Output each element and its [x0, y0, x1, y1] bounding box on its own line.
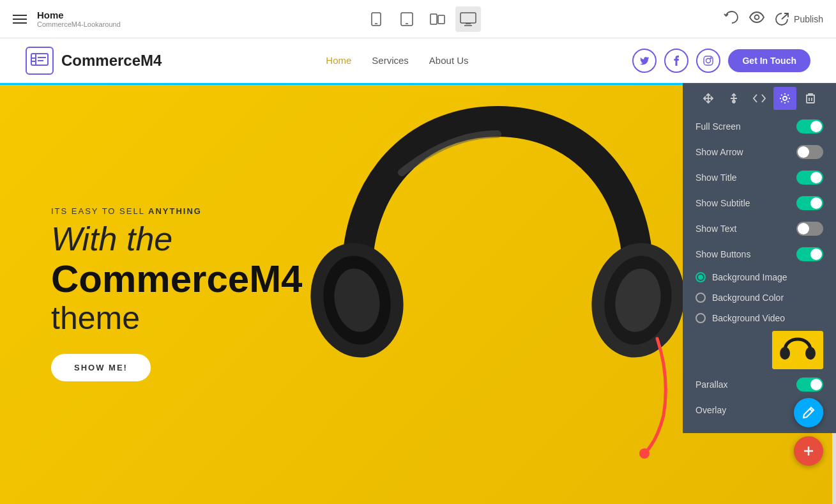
preview-button[interactable] [749, 11, 764, 26]
mobile-view-button[interactable] [363, 6, 389, 32]
show-subtitle-toggle[interactable] [796, 196, 823, 210]
hero-section: ITS EASY TO SELL ANYTHING With the Comme… [0, 83, 836, 504]
hero-highlight-bar [0, 83, 683, 85]
bg-color-row[interactable]: Background Color [683, 287, 836, 308]
show-subtitle-label: Show Subtitle [695, 198, 796, 208]
bg-image-label: Background Image [712, 272, 787, 282]
menu-button[interactable] [13, 15, 27, 24]
bg-video-label: Background Video [712, 313, 785, 323]
svg-point-38 [805, 347, 816, 360]
nav-about[interactable]: About Us [429, 55, 469, 66]
parallax-row: Parallax [683, 372, 836, 397]
hero-title-line3: theme [51, 301, 303, 336]
panel-toolbar [683, 83, 836, 114]
svg-point-26 [639, 448, 650, 459]
settings-panel: Full Screen Show Arrow Show Title Show S… [683, 106, 836, 433]
twitter-button[interactable] [632, 49, 657, 73]
show-text-row: Show Text [683, 216, 836, 241]
show-title-label: Show Title [695, 172, 796, 183]
parallax-toggle[interactable] [796, 378, 823, 392]
show-subtitle-row: Show Subtitle [683, 190, 836, 216]
show-arrow-toggle[interactable] [796, 145, 823, 159]
hero-content: ITS EASY TO SELL ANYTHING With the Comme… [51, 206, 303, 381]
duplicate-button[interactable] [722, 87, 745, 110]
toolbar-left: Home CommerceM4-Lookaround [13, 10, 121, 28]
svg-rect-11 [31, 54, 48, 65]
svg-rect-6 [460, 13, 476, 23]
bg-image-row[interactable]: Background Image [683, 267, 836, 287]
bg-thumbnail-container [683, 328, 836, 372]
nav-services[interactable]: Services [372, 55, 409, 66]
hero-title-line1: With the [51, 220, 303, 257]
tablet-view-button[interactable] [394, 6, 420, 32]
site-header: CommerceM4 Home Services About Us Get In… [0, 38, 836, 83]
full-screen-row: Full Screen [683, 114, 836, 139]
svg-point-9 [755, 15, 759, 20]
nav-actions: Get In Touch [632, 49, 810, 73]
headphones-svg [274, 83, 683, 492]
delete-button[interactable] [799, 87, 822, 110]
bg-color-label: Background Color [712, 293, 784, 303]
svg-line-10 [782, 13, 788, 19]
hero-tagline: ITS EASY TO SELL ANYTHING [51, 206, 303, 215]
bg-color-radio[interactable] [695, 293, 706, 303]
svg-point-18 [706, 58, 711, 63]
svg-point-32 [783, 96, 787, 100]
desktop-view-button[interactable] [455, 6, 481, 32]
show-title-row: Show Title [683, 165, 836, 190]
hero-cta-button[interactable]: SHOW ME! [51, 354, 151, 381]
bg-image-radio[interactable] [695, 272, 706, 282]
show-arrow-row: Show Arrow [683, 139, 836, 165]
publish-label: Publish [794, 14, 823, 24]
undo-button[interactable] [724, 11, 739, 27]
parallax-label: Parallax [695, 379, 796, 390]
svg-point-19 [711, 57, 712, 59]
full-screen-toggle[interactable] [796, 119, 823, 134]
svg-rect-33 [807, 95, 814, 103]
svg-rect-36 [772, 331, 823, 369]
code-button[interactable] [748, 87, 771, 110]
facebook-button[interactable] [664, 49, 688, 73]
page-title: Home [37, 10, 121, 20]
edit-fab-button[interactable] [794, 398, 823, 427]
svg-point-37 [780, 347, 790, 360]
show-text-label: Show Text [695, 224, 796, 234]
site-logo: CommerceM4 [26, 47, 162, 75]
get-in-touch-button[interactable]: Get In Touch [728, 49, 810, 72]
bg-video-radio[interactable] [695, 313, 706, 323]
toolbar-title: Home CommerceM4-Lookaround [37, 10, 121, 28]
show-buttons-row: Show Buttons [683, 241, 836, 267]
page-subtitle: CommerceM4-Lookaround [37, 20, 121, 28]
site-nav: Home Services About Us [326, 55, 468, 66]
hero-title-line2: CommerceM4 [51, 260, 303, 298]
bg-thumbnail[interactable] [772, 331, 823, 369]
show-title-toggle[interactable] [796, 171, 823, 185]
overlay-label: Overlay [695, 405, 796, 415]
device-switcher [363, 6, 481, 32]
instagram-button[interactable] [696, 49, 720, 73]
logo-icon [26, 47, 54, 75]
show-buttons-toggle[interactable] [796, 247, 823, 261]
svg-rect-4 [430, 14, 437, 24]
thumbnail-headphones [772, 331, 823, 369]
toolbar-right: Publish [724, 11, 823, 27]
move-section-button[interactable] [697, 87, 720, 110]
bg-video-row[interactable]: Background Video [683, 308, 836, 328]
show-text-toggle[interactable] [796, 222, 823, 236]
full-screen-label: Full Screen [695, 121, 796, 132]
top-toolbar: Home CommerceM4-Lookaround [0, 0, 836, 38]
settings-button[interactable] [773, 87, 796, 110]
svg-rect-5 [438, 15, 445, 24]
logo-text: CommerceM4 [61, 52, 162, 70]
add-fab-button[interactable] [794, 436, 823, 466]
nav-home[interactable]: Home [326, 55, 351, 66]
show-buttons-label: Show Buttons [695, 249, 796, 259]
publish-button[interactable]: Publish [775, 13, 823, 26]
split-view-button[interactable] [425, 6, 450, 32]
show-arrow-label: Show Arrow [695, 147, 796, 157]
